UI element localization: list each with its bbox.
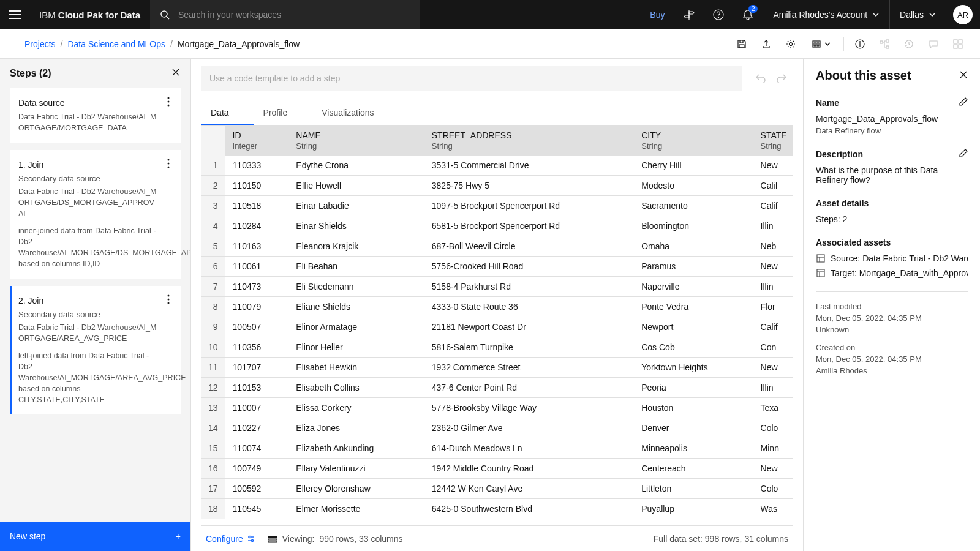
associated-target[interactable]: Target: Mortgage_Data_with_Approv... (816, 268, 968, 278)
cell: 3531-5 Commercial Drive (424, 156, 634, 176)
cell: 110163 (225, 236, 289, 257)
jobs-dropdown[interactable] (803, 32, 840, 56)
table-row[interactable]: 2110150Effie Howell3825-75 Hwy 5ModestoC… (201, 176, 793, 196)
asset-type: Data Refinery flow (816, 126, 968, 135)
viewing-value: 990 rows, 33 columns (319, 534, 402, 544)
name-label: Name (816, 98, 839, 108)
description-label: Description (816, 149, 863, 159)
step-card[interactable]: 2. JoinSecondary data sourceData Fabric … (10, 286, 181, 414)
cell: 5778-Brooksby Village Way (424, 398, 634, 418)
column-header[interactable]: CITYString (634, 126, 753, 156)
table-row[interactable]: 9100507Elinor Armatage21181 Newport Coas… (201, 317, 793, 337)
tab-data[interactable]: Data (201, 102, 254, 125)
table-row[interactable]: 13110007Elissa Corkery5778-Brooksby Vill… (201, 398, 793, 418)
settings-icon[interactable] (778, 32, 803, 56)
cell: 437-6 Center Point Rd (424, 378, 634, 398)
row-number: 16 (201, 459, 225, 479)
cell: Elinor Heller (288, 337, 424, 358)
notifications-icon[interactable]: 2 (733, 0, 763, 29)
svg-rect-22 (959, 45, 962, 48)
global-search[interactable]: Search in your workspaces (150, 0, 420, 29)
account-dropdown[interactable]: Amilia Rhodes's Account (763, 0, 889, 29)
cell: Omaha (634, 236, 753, 257)
chevron-down-icon (824, 40, 831, 48)
edit-name-icon[interactable] (959, 97, 968, 108)
undo-icon[interactable] (755, 72, 766, 85)
tab-profile[interactable]: Profile (254, 102, 312, 125)
cell: New (753, 257, 793, 277)
table-row[interactable]: 12110153Elisabeth Collins437-6 Center Po… (201, 378, 793, 398)
svg-rect-1 (9, 14, 21, 15)
step-overflow-menu[interactable] (161, 292, 176, 307)
cell: Cos Cob (634, 337, 753, 358)
save-icon[interactable] (729, 32, 754, 56)
table-row[interactable]: 4110284Einar Shields6581-5 Brockport Spe… (201, 216, 793, 236)
table-row[interactable]: 1110333Edythe Crona3531-5 Commercial Dri… (201, 156, 793, 176)
signpost-icon[interactable] (674, 0, 704, 29)
region-dropdown[interactable]: Dallas (889, 0, 946, 29)
hamburger-menu-button[interactable] (0, 0, 29, 29)
svg-point-35 (251, 539, 253, 541)
column-header[interactable]: NAMEString (288, 126, 424, 156)
sliders-icon (247, 534, 255, 543)
edit-description-icon[interactable] (959, 149, 968, 159)
row-number: 10 (201, 337, 225, 358)
help-icon[interactable] (704, 0, 733, 29)
associated-source[interactable]: Source: Data Fabric Trial - Db2 Ware... (816, 253, 968, 263)
table-row[interactable]: 7110473Eli Stiedemann5158-4 Parkhurst Rd… (201, 277, 793, 297)
code-template-input[interactable]: Use a code template to add a step (201, 66, 742, 91)
cell: Was (753, 499, 793, 519)
cell: Flor (753, 297, 793, 317)
table-row[interactable]: 14110227Eliza Jones2362-0 Gilmer AveDenv… (201, 418, 793, 438)
step-card[interactable]: Data sourceData Fabric Trial - Db2 Wareh… (10, 88, 181, 143)
cell: Elmer Morissette (288, 499, 424, 519)
table-row[interactable]: 8110079Eliane Shields4333-0 State Route … (201, 297, 793, 317)
svg-rect-37 (268, 539, 277, 540)
step-overflow-menu[interactable] (161, 156, 176, 171)
close-about-button[interactable] (959, 70, 968, 81)
tab-visualizations[interactable]: Visualizations (312, 102, 398, 125)
table-row[interactable]: 16100749Ellary Valentinuzzi1942 Middle C… (201, 459, 793, 479)
cell: Ponte Vedra (634, 297, 753, 317)
cell: Con (753, 337, 793, 358)
table-row[interactable]: 18110545Elmer Morissette6425-0 Southwest… (201, 499, 793, 519)
table-row[interactable]: 10110356Elinor Heller5816-Salem Turnpike… (201, 337, 793, 358)
step-card[interactable]: 1. JoinSecondary data sourceData Fabric … (10, 150, 181, 279)
column-header[interactable]: STREET_ADDRESSString (424, 126, 634, 156)
avatar[interactable]: AR (953, 5, 973, 24)
close-panel-button[interactable] (171, 67, 181, 80)
svg-rect-21 (954, 45, 957, 48)
cell: 4333-0 State Route 36 (424, 297, 634, 317)
svg-rect-38 (268, 541, 277, 542)
comments-icon[interactable] (921, 32, 946, 56)
info-icon[interactable] (848, 32, 872, 56)
table-row[interactable]: 3110518Einar Labadie1097-5 Brockport Spe… (201, 196, 793, 216)
cell: 6425-0 Southwestern Blvd (424, 499, 634, 519)
cell: Eli Stiedemann (288, 277, 424, 297)
step-overflow-menu[interactable] (161, 94, 176, 109)
flow-icon[interactable] (872, 32, 897, 56)
column-header[interactable]: STATEString (753, 126, 793, 156)
steps-title: Steps (2) (10, 68, 51, 79)
center-panel: Use a code template to add a step DataPr… (191, 59, 804, 551)
new-step-button[interactable]: New step + (0, 522, 190, 551)
step-subhead: Secondary data source (18, 173, 159, 185)
account-name: Amilia Rhodes's Account (773, 10, 867, 20)
svg-rect-0 (9, 10, 21, 12)
table-row[interactable]: 11101707Elisabet Hewkin1932 Commerce Str… (201, 358, 793, 378)
table-row[interactable]: 5110163Eleanora Krajcik687-Boll Weevil C… (201, 236, 793, 257)
buy-link[interactable]: Buy (640, 10, 674, 20)
breadcrumb-project-name[interactable]: Data Science and MLOps (67, 39, 165, 49)
table-row[interactable]: 6110061Eli Beahan5756-Crooked Hill RoadP… (201, 257, 793, 277)
redo-icon[interactable] (776, 72, 787, 85)
table-row[interactable]: 17100592Ellerey Olorenshaw12442 W Ken Ca… (201, 479, 793, 499)
history-icon[interactable] (897, 32, 921, 56)
table-row[interactable]: 15110074Elizabeth Ankunding614-Dutch Mea… (201, 438, 793, 459)
configure-button[interactable]: Configure (206, 534, 255, 544)
more-icon[interactable] (946, 32, 970, 56)
step-title: 2. Join (18, 294, 159, 307)
breadcrumb-projects[interactable]: Projects (24, 39, 56, 49)
export-icon[interactable] (754, 32, 778, 56)
row-number: 14 (201, 418, 225, 438)
column-header[interactable]: IDInteger (225, 126, 289, 156)
